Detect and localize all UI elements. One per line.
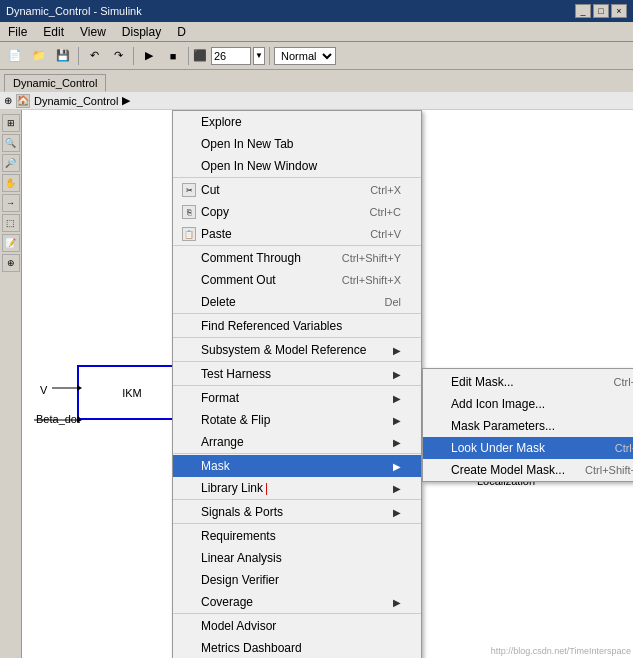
ctx-linear-analysis[interactable]: Linear Analysis bbox=[173, 547, 421, 569]
ikm-block[interactable]: IKM bbox=[77, 365, 187, 420]
ctx-explore[interactable]: Explore bbox=[173, 111, 421, 133]
sidebar-pan[interactable]: ✋ bbox=[2, 174, 20, 192]
copy-icon: ⎘ bbox=[181, 204, 197, 220]
submenu-mask-parameters[interactable]: Mask Parameters... bbox=[423, 415, 633, 437]
ctx-copy[interactable]: ⎘ Copy Ctrl+C bbox=[173, 201, 421, 223]
menu-d[interactable]: D bbox=[173, 24, 190, 40]
look-under-icon bbox=[431, 440, 447, 456]
tab-dynamic-control[interactable]: Dynamic_Control bbox=[4, 74, 106, 92]
ctx-coverage[interactable]: Coverage ▶ bbox=[173, 591, 421, 614]
format-icon bbox=[181, 390, 197, 406]
signals-icon bbox=[181, 504, 197, 520]
ctx-delete[interactable]: Delete Del bbox=[173, 291, 421, 314]
ctx-paste[interactable]: 📋 Paste Ctrl+V bbox=[173, 223, 421, 246]
test-harness-icon bbox=[181, 366, 197, 382]
library-link-icon bbox=[181, 480, 197, 496]
context-menu: Explore Open In New Tab Open In New Wind… bbox=[172, 110, 422, 658]
toolbar-open[interactable]: 📁 bbox=[28, 45, 50, 67]
ctx-open-new-window[interactable]: Open In New Window bbox=[173, 155, 421, 178]
open-tab-icon bbox=[181, 136, 197, 152]
sidebar-select[interactable]: ⬚ bbox=[2, 214, 20, 232]
minimize-button[interactable]: _ bbox=[575, 4, 591, 18]
menu-view[interactable]: View bbox=[76, 24, 110, 40]
linear-analysis-icon bbox=[181, 550, 197, 566]
cursor-indicator: | bbox=[265, 481, 268, 495]
find-icon bbox=[181, 318, 197, 334]
toolbar-run[interactable]: ▶ bbox=[138, 45, 160, 67]
main-canvas[interactable]: IKM V Beta_dot Beta 2 bbox=[22, 110, 633, 658]
zoom-dropdown[interactable]: ▼ bbox=[253, 47, 265, 65]
submenu-add-icon-image[interactable]: Add Icon Image... bbox=[423, 393, 633, 415]
delete-icon bbox=[181, 294, 197, 310]
create-mask-icon bbox=[431, 462, 447, 478]
design-verifier-icon bbox=[181, 572, 197, 588]
toolbar-sep2 bbox=[133, 47, 134, 65]
rotate-flip-icon bbox=[181, 412, 197, 428]
canvas-area: ⊞ 🔍 🔎 ✋ → ⬚ 📝 ⊕ IKM V bbox=[0, 110, 633, 658]
maximize-button[interactable]: □ bbox=[593, 4, 609, 18]
submenu-create-model-mask[interactable]: Create Model Mask... Ctrl+Shift+M bbox=[423, 459, 633, 481]
requirements-icon bbox=[181, 528, 197, 544]
title-bar: Dynamic_Control - Simulink _ □ × bbox=[0, 0, 633, 22]
open-window-icon bbox=[181, 158, 197, 174]
edit-mask-icon bbox=[431, 374, 447, 390]
menu-edit[interactable]: Edit bbox=[39, 24, 68, 40]
menu-display[interactable]: Display bbox=[118, 24, 165, 40]
ctx-model-advisor[interactable]: Model Advisor bbox=[173, 615, 421, 637]
toolbar-sep1 bbox=[78, 47, 79, 65]
sidebar-zoom-out[interactable]: 🔎 bbox=[2, 154, 20, 172]
coverage-icon bbox=[181, 594, 197, 610]
toolbar-undo[interactable]: ↶ bbox=[83, 45, 105, 67]
ctx-comment-out[interactable]: Comment Out Ctrl+Shift+X bbox=[173, 269, 421, 291]
ctx-comment-through[interactable]: Comment Through Ctrl+Shift+Y bbox=[173, 247, 421, 269]
comment-through-icon bbox=[181, 250, 197, 266]
paste-icon: 📋 bbox=[181, 226, 197, 242]
ctx-signals-ports[interactable]: Signals & Ports ▶ bbox=[173, 501, 421, 524]
ctx-requirements[interactable]: Requirements bbox=[173, 525, 421, 547]
ctx-library-link[interactable]: Library Link | ▶ bbox=[173, 477, 421, 500]
sidebar-zoom-fit[interactable]: ⊞ bbox=[2, 114, 20, 132]
ctx-metrics-dashboard[interactable]: Metrics Dashboard bbox=[173, 637, 421, 658]
arrange-icon bbox=[181, 434, 197, 450]
breadcrumb-icon: ⊕ bbox=[4, 95, 12, 106]
toolbar-sep4 bbox=[269, 47, 270, 65]
ctx-find-referenced[interactable]: Find Referenced Variables bbox=[173, 315, 421, 338]
sidebar-connect[interactable]: ⊕ bbox=[2, 254, 20, 272]
ctx-test-harness[interactable]: Test Harness ▶ bbox=[173, 363, 421, 386]
add-icon-image-icon bbox=[431, 396, 447, 412]
sidebar-arrow[interactable]: → bbox=[2, 194, 20, 212]
v-label: V bbox=[40, 384, 47, 396]
zoom-input[interactable] bbox=[211, 47, 251, 65]
left-sidebar: ⊞ 🔍 🔎 ✋ → ⬚ 📝 ⊕ bbox=[0, 110, 22, 658]
sidebar-zoom-in[interactable]: 🔍 bbox=[2, 134, 20, 152]
title-bar-text: Dynamic_Control - Simulink bbox=[6, 5, 575, 17]
mask-icon bbox=[181, 458, 197, 474]
ctx-format[interactable]: Format ▶ bbox=[173, 387, 421, 409]
ctx-design-verifier[interactable]: Design Verifier bbox=[173, 569, 421, 591]
toolbar-redo[interactable]: ↷ bbox=[107, 45, 129, 67]
ctx-mask[interactable]: Mask ▶ bbox=[173, 455, 421, 477]
ctx-arrange[interactable]: Arrange ▶ bbox=[173, 431, 421, 454]
toolbar-new[interactable]: 📄 bbox=[4, 45, 26, 67]
toolbar-save[interactable]: 💾 bbox=[52, 45, 74, 67]
breadcrumb-model[interactable]: Dynamic_Control bbox=[34, 95, 118, 107]
ctx-cut[interactable]: ✂ Cut Ctrl+X bbox=[173, 179, 421, 201]
cut-icon: ✂ bbox=[181, 182, 197, 198]
metrics-icon bbox=[181, 640, 197, 656]
submenu-look-under-mask[interactable]: Look Under Mask Ctrl+U bbox=[423, 437, 633, 459]
submenu-edit-mask[interactable]: Edit Mask... Ctrl+M bbox=[423, 371, 633, 393]
beta-dot-label: Beta_dot bbox=[36, 413, 80, 425]
model-advisor-icon bbox=[181, 618, 197, 634]
ctx-rotate-flip[interactable]: Rotate & Flip ▶ bbox=[173, 409, 421, 431]
sidebar-note[interactable]: 📝 bbox=[2, 234, 20, 252]
title-bar-controls: _ □ × bbox=[575, 4, 627, 18]
simulink-diagram: IKM V Beta_dot Beta 2 bbox=[22, 110, 633, 658]
menu-file[interactable]: File bbox=[4, 24, 31, 40]
ctx-open-new-tab[interactable]: Open In New Tab bbox=[173, 133, 421, 155]
breadcrumb-home[interactable]: 🏠 bbox=[16, 94, 30, 108]
breadcrumb-bar: ⊕ 🏠 Dynamic_Control ▶ bbox=[0, 92, 633, 110]
toolbar-stop[interactable]: ■ bbox=[162, 45, 184, 67]
view-mode-select[interactable]: Normal bbox=[274, 47, 336, 65]
close-button[interactable]: × bbox=[611, 4, 627, 18]
ctx-subsystem[interactable]: Subsystem & Model Reference ▶ bbox=[173, 339, 421, 362]
